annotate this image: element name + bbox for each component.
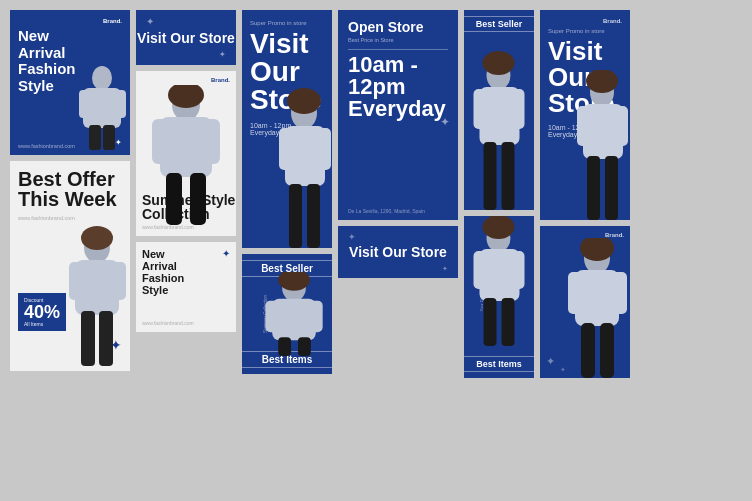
svg-rect-58 — [568, 272, 584, 314]
star-6-2: ✦ — [546, 355, 555, 368]
star-banner-l: ✦ — [146, 16, 154, 27]
column-3: Super Promo in store Visit Our Store 10a… — [242, 10, 332, 374]
main-grid: Brand. New Arrival Fashion Style ✦ ✦ www… — [10, 10, 742, 491]
column-5: Best Seller Your Daily Outfit Summer Col… — [464, 10, 534, 378]
card-visit-store-tall-2: Brand. Super Promo in store Visit Our St… — [540, 10, 630, 220]
svg-rect-40 — [502, 142, 515, 210]
svg-rect-10 — [110, 262, 126, 300]
card-visit-store-banner: ✦ ✦ Visit Our Store — [136, 10, 236, 65]
card-best-items-tall: Your Daily Outfit Best Items — [464, 216, 534, 378]
star-na2: ✦ — [222, 248, 230, 259]
person-visit-3 — [277, 88, 332, 248]
svg-rect-53 — [587, 156, 600, 220]
column-6: Brand. Super Promo in store Visit Our St… — [540, 10, 630, 378]
headline-best-offer: Best Offer This Week — [18, 169, 122, 209]
svg-rect-51 — [577, 106, 590, 146]
card-best-seller-tall: Best Seller Your Daily Outfit Summer Col… — [464, 10, 534, 210]
person-bi-tall — [472, 216, 527, 346]
person-brand-small — [565, 238, 630, 378]
brand-summer: Brand. — [142, 77, 230, 83]
card-new-arrival-2: New Arrival Fashion Style ✦ www.fashionb… — [136, 242, 236, 332]
star-banner-r: ✦ — [219, 50, 226, 59]
star-open-store: ✦ — [440, 115, 450, 129]
brand-6: Brand. — [548, 18, 622, 24]
svg-rect-26 — [307, 184, 320, 248]
svg-rect-17 — [202, 119, 220, 164]
svg-rect-9 — [69, 262, 85, 300]
best-seller-tall-label: Best Seller — [464, 16, 534, 32]
card-visit-store-banner-2: ✦ ✦ Visit Our Store — [338, 226, 458, 278]
svg-rect-45 — [512, 251, 525, 289]
svg-rect-44 — [474, 251, 487, 289]
svg-rect-39 — [484, 142, 497, 210]
svg-rect-25 — [289, 184, 302, 248]
time-big-2: Everyday — [348, 98, 448, 120]
svg-rect-23 — [279, 128, 293, 170]
discount-value: 40% — [24, 303, 60, 321]
svg-point-49 — [586, 70, 618, 93]
card-new-arrival-1: Brand. New Arrival Fashion Style ✦ ✦ www… — [10, 10, 130, 155]
url-best-offer: www.fashionbrand.com — [18, 215, 122, 221]
svg-rect-11 — [81, 311, 95, 366]
svg-rect-54 — [605, 156, 618, 220]
card-summer-style: Brand. Summer Style Collection www.fashi… — [136, 71, 236, 236]
brand-label-1: Brand. — [18, 18, 122, 24]
svg-rect-47 — [502, 298, 515, 346]
svg-point-42 — [483, 216, 515, 239]
svg-rect-19 — [190, 173, 206, 225]
discount-badge: Discount 40% All Items — [18, 293, 66, 331]
best-items-tall-label: Best Items — [464, 356, 534, 372]
svg-rect-52 — [615, 106, 628, 146]
svg-rect-31 — [309, 301, 323, 333]
url-1: www.fashionbrand.com — [18, 143, 75, 149]
card-brand-small: Brand. ✦ ✦ — [540, 226, 630, 378]
svg-rect-2 — [79, 90, 93, 118]
svg-rect-60 — [581, 323, 595, 378]
super-promo-3: Super Promo in store — [250, 20, 324, 26]
svg-rect-32 — [278, 337, 291, 356]
person-1 — [75, 60, 130, 155]
card-best-seller-portrait: Best Seller Best Items Summer Collection — [242, 254, 332, 374]
column-4: Open Store Best Price in Store 10am - 12… — [338, 10, 458, 278]
svg-point-7 — [81, 226, 113, 250]
svg-rect-5 — [103, 125, 115, 150]
address-open: De La Sevilla, 1290, Madrid, Spain — [348, 208, 425, 214]
open-store-label: Open Store — [348, 20, 448, 35]
svg-rect-37 — [474, 89, 487, 129]
svg-rect-30 — [265, 301, 279, 333]
card-open-store: Open Store Best Price in Store 10am - 12… — [338, 10, 458, 220]
svg-rect-16 — [152, 119, 170, 164]
svg-rect-4 — [89, 125, 101, 150]
svg-point-0 — [92, 66, 112, 90]
svg-rect-38 — [512, 89, 525, 129]
column-2: ✦ ✦ Visit Our Store Brand. Summer Style … — [136, 10, 236, 332]
time-big: 10am - 12pm — [348, 54, 448, 98]
visit-store-banner-2-label: Visit Our Store — [349, 244, 447, 260]
headline-new-arrival-2: New Arrival Fashion Style — [142, 248, 202, 296]
column-1: Brand. New Arrival Fashion Style ✦ ✦ www… — [10, 10, 130, 371]
svg-rect-61 — [600, 323, 614, 378]
svg-rect-59 — [611, 272, 627, 314]
svg-rect-24 — [317, 128, 331, 170]
person-6 — [575, 70, 630, 220]
person-2 — [65, 226, 130, 371]
svg-rect-46 — [484, 298, 497, 346]
card-visit-store-tall: Super Promo in store Visit Our Store 10a… — [242, 10, 332, 248]
star-vb2-r: ✦ — [442, 265, 448, 273]
svg-rect-12 — [99, 311, 113, 366]
star-vb2-l: ✦ — [348, 232, 356, 242]
svg-rect-33 — [298, 337, 311, 356]
svg-point-35 — [483, 51, 515, 75]
person-summer — [136, 85, 236, 236]
svg-rect-18 — [166, 173, 182, 225]
url-na2: www.fashionbrand.com — [142, 320, 194, 326]
card-best-offer: Best Offer This Week www.fashionbrand.co… — [10, 161, 130, 371]
person-bs-tall — [472, 50, 527, 210]
svg-point-21 — [287, 88, 321, 114]
person-best-seller-p — [257, 272, 332, 356]
visit-store-banner-label: Visit Our Store — [137, 30, 235, 46]
super-promo-6: Super Promo in store — [548, 28, 622, 34]
best-price-label: Best Price in Store — [348, 37, 448, 43]
svg-rect-3 — [112, 90, 126, 118]
